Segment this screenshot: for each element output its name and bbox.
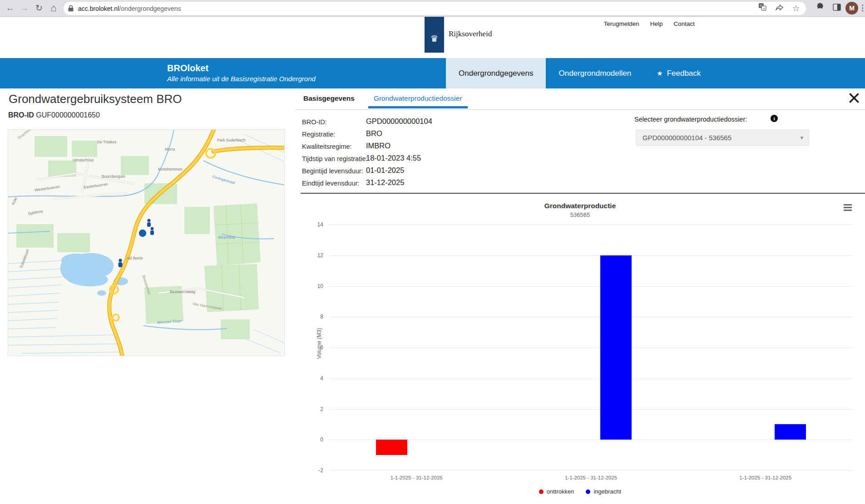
bro-id-label: BRO-ID (8, 111, 34, 119)
legend-label: ingebracht (593, 488, 621, 495)
y-tick-label: 10 (301, 283, 323, 289)
y-tick-label: 4 (301, 375, 323, 382)
detail-value: 01-01-2025 (366, 166, 404, 175)
map-marker-single[interactable] (119, 259, 123, 267)
nav-tab-label: Feedback (667, 69, 701, 78)
detail-row: BRO-ID:GPD000000000104 (302, 116, 556, 128)
info-icon[interactable]: i (771, 115, 778, 122)
detail-row: Tijdstip van registratie:18-01-2023 4:55 (302, 152, 556, 165)
svg-text:a: a (763, 6, 765, 10)
detail-label: Begintijd levensduur: (302, 167, 363, 175)
bro-id-line: BRO-ID GUF000000001650 (8, 111, 100, 119)
detail-label: Tijdstip van registratie: (302, 155, 368, 162)
header-link-contact[interactable]: Contact (673, 20, 695, 27)
panel-tab-grondwaterproductiedossier[interactable]: Grondwaterproductiedossier (374, 94, 462, 108)
detail-value: 18-01-2023 4:55 (366, 154, 421, 162)
share-icon[interactable] (773, 3, 785, 15)
y-tick-label: 6 (301, 344, 323, 351)
rijksoverheid-wordmark: Rijksoverheid (449, 29, 492, 39)
bar-onttrokken[interactable] (376, 440, 407, 455)
y-tick-label: 12 (301, 252, 323, 259)
location-map[interactable]: Drachtster HeaweiDe TritskesPark Suderle… (8, 129, 285, 356)
home-icon[interactable]: ⌂ (47, 2, 60, 15)
detail-value: GPD000000000104 (366, 117, 432, 126)
browser-toolbar: ← → ↻ ⌂ acc.broloket.nl/ondergrondgegeve… (0, 0, 865, 17)
main-navigation: BROloket Alle informatie uit de Basisreg… (0, 58, 865, 88)
brand-tagline: Alle informatie uit de Basisregistratie … (167, 75, 316, 83)
dossier-select[interactable]: GPD000000000104 - 536565 ▾ (636, 129, 809, 146)
panel-tab-basisgegevens[interactable]: Basisgegevens (303, 94, 355, 108)
chart-legend: onttrokkeningebracht (295, 488, 865, 495)
legend-dot (586, 489, 590, 494)
address-bar[interactable]: acc.broloket.nl/ondergrondgegevens (64, 2, 806, 15)
bar-ingebracht[interactable] (775, 424, 806, 440)
header-link-help[interactable]: Help (650, 20, 663, 27)
detail-row: Eindtijd levensduur:31-12-2025 (302, 177, 556, 189)
nav-tab-feedback[interactable]: ★Feedback (644, 58, 713, 88)
header-link-terugmelden[interactable]: Terugmelden (604, 20, 639, 27)
map-label-water: Mearsleat (218, 235, 235, 240)
dossier-select-value: GPD000000000104 - 536565 (643, 134, 732, 142)
nav-tab-label: Ondergrondmodellen (559, 69, 631, 78)
bookmark-star-icon[interactable]: ☆ (790, 3, 802, 15)
brand-title[interactable]: BROloket (167, 63, 208, 73)
map-label-place: Beetsterzwaag (170, 289, 195, 294)
tabs-divider (295, 109, 865, 110)
map-label-place: Ald Beets (126, 256, 143, 260)
x-tick-label: 1-1-2025 - 31-12-2025 (707, 475, 825, 480)
rijksoverheid-logo[interactable]: ♛ (425, 17, 444, 53)
chevron-down-icon: ▾ (800, 130, 803, 146)
nav-tab-ondergrondgegevens[interactable]: Ondergrondgegevens (446, 58, 546, 88)
crown-emblem-icon: ♛ (425, 33, 444, 44)
map-label-place: Boornbergum (102, 174, 125, 179)
x-tick-label: 1-1-2025 - 31-12-2025 (532, 475, 650, 480)
nav-tab-label: Ondergrondgegevens (459, 69, 533, 78)
panel-tabs: BasisgegevensGrondwaterproductiedossier (303, 94, 462, 108)
close-icon[interactable] (848, 92, 864, 108)
reload-icon[interactable]: ↻ (33, 2, 45, 15)
map-label-place: Morra (165, 147, 175, 152)
detail-label: BRO-ID: (302, 118, 327, 126)
browser-menu-icon[interactable]: ⋮ (859, 1, 865, 15)
detail-value: 31-12-2025 (366, 178, 404, 187)
forward-icon[interactable]: → (18, 2, 31, 15)
detail-panel: BasisgegevensGrondwaterproductiedossier … (295, 88, 865, 504)
detail-row: Begintijd levensduur:01-01-2025 (302, 165, 556, 177)
page-title: Grondwatergebruiksysteem BRO (9, 92, 182, 106)
y-tick-label: 8 (301, 313, 323, 320)
y-tick-label: 0 (301, 436, 323, 443)
details-list: BRO-ID:GPD000000000104Registratie:BROKwa… (302, 116, 556, 189)
detail-value: IMBRO (366, 142, 390, 150)
detail-row: Registratie:BRO (302, 128, 556, 140)
y-tick-label: 14 (301, 221, 323, 228)
legend-item-ingebracht[interactable]: ingebracht (586, 488, 621, 495)
gridline (329, 440, 853, 440)
map-label-place: Park Suderleech (217, 138, 246, 142)
gridline (329, 286, 853, 287)
nav-tabs: OndergrondgegevensOndergrondmodellen★Fee… (446, 58, 713, 88)
section-divider (301, 193, 865, 194)
site-header: ♛ Rijksoverheid TerugmeldenHelpContact (0, 17, 865, 58)
detail-label: Registratie: (302, 131, 335, 138)
lock-icon (68, 5, 74, 12)
chart-canvas: 14121086420-21-1-2025 - 31-12-20251-1-20… (295, 200, 865, 501)
map-label-place: Himsterhout (73, 158, 94, 162)
map-label-place: De Tritskes (97, 140, 117, 144)
gridline (329, 409, 853, 410)
detail-label: Kwaliteitsregime: (302, 143, 352, 150)
sidepanel-icon[interactable] (831, 3, 843, 15)
translate-icon[interactable]: Ga (756, 3, 768, 15)
bar-ingebracht[interactable] (600, 255, 632, 440)
gridline (329, 378, 853, 379)
bro-id-value: GUF000000001650 (36, 111, 100, 119)
back-icon[interactable]: ← (4, 2, 16, 15)
gridline (329, 347, 853, 348)
extensions-icon[interactable] (814, 3, 826, 15)
nav-tab-ondergrondmodellen[interactable]: Ondergrondmodellen (546, 58, 644, 88)
profile-avatar[interactable]: M (845, 2, 858, 15)
legend-dot (539, 489, 544, 494)
legend-item-onttrokken[interactable]: onttrokken (539, 488, 574, 495)
detail-label: Eindtijd levensduur: (302, 180, 360, 187)
y-tick-label: -2 (301, 467, 323, 474)
detail-value: BRO (366, 129, 382, 138)
